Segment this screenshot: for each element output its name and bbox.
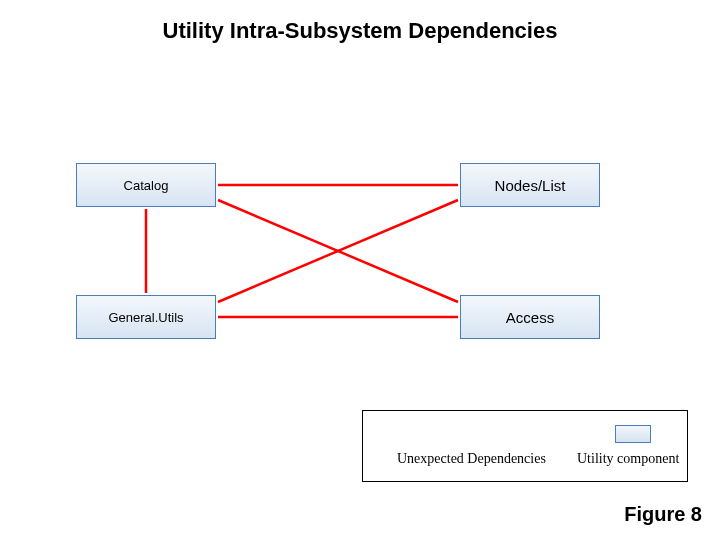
legend-unexpected-label: Unexpected Dependencies	[397, 451, 546, 467]
legend-component-label: Utility component	[577, 451, 679, 467]
node-nodeslist: Nodes/List	[460, 163, 600, 207]
figure-label: Figure 8	[624, 503, 702, 526]
node-catalog: Catalog	[76, 163, 216, 207]
edge-catalog-access	[218, 200, 458, 302]
legend-box: Unexpected Dependencies Utility componen…	[362, 410, 688, 482]
node-generalutils: General.Utils	[76, 295, 216, 339]
edge-generalutils-nodeslist	[218, 200, 458, 302]
diagram-title: Utility Intra-Subsystem Dependencies	[0, 18, 720, 44]
node-access: Access	[460, 295, 600, 339]
legend-component-swatch	[615, 425, 651, 443]
